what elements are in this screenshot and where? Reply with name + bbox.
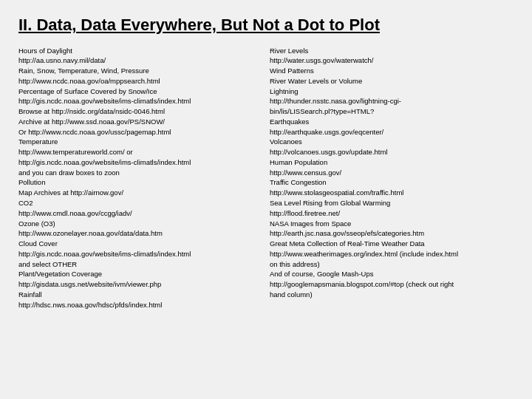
left-column-line: CO2 [18, 198, 262, 208]
right-column-line: And of course, Google Mash-Ups [270, 269, 514, 279]
left-column-line: Ozone (O3) [18, 219, 262, 229]
right-column-line: Sea Level Rising from Global Warming [270, 198, 514, 208]
right-column: River Levelshttp://water.usgs.gov/waterw… [270, 46, 514, 310]
right-column-line: Human Population [270, 157, 514, 168]
left-column-line: http://gisdata.usgs.net/website/ivm/view… [18, 279, 262, 290]
left-column-line: http://www.ncdc.noaa.gov/oa/mppsearch.ht… [18, 76, 262, 86]
right-column-line: http://thunder.nsstc.nasa.gov/lightning-… [270, 96, 514, 106]
left-column-line: Browse at http://nsidc.org/data/nsidc-00… [18, 106, 262, 117]
left-column-line: Cloud Cover [18, 239, 262, 249]
slide-title: II. Data, Data Everywhere, But Not a Dot… [18, 15, 514, 35]
left-column-line: http://gis.ncdc.noaa.gov/website/ims-cli… [18, 249, 262, 259]
left-column-line: Rainfall [18, 290, 262, 300]
right-column-line: http://water.usgs.gov/waterwatch/ [270, 55, 514, 66]
right-column-line: bin/lis/LISSearch.pl?type=HTML? [270, 106, 514, 117]
left-column-line: Or http://www.ncdc.noaa.gov/ussc/pagemap… [18, 127, 262, 137]
right-column-line: http://www.weatherimages.org/index.html … [270, 249, 514, 259]
left-column-line: Map Archives at http://airnow.gov/ [18, 188, 262, 198]
left-column-line: Rain, Snow, Temperature, Wind, Pressure [18, 66, 262, 76]
right-column-line: on this address) [270, 259, 514, 270]
left-column-line: http://www.cmdl.noaa.gov/ccgg/iadv/ [18, 208, 262, 219]
right-column-line: http://earth.jsc.nasa.gov/sseop/efs/cate… [270, 228, 514, 239]
right-column-line: Volcanoes [270, 137, 514, 147]
left-column: Hours of Daylighthttp://aa.usno.navy.mil… [18, 46, 262, 310]
left-column-line: http://gis.ncdc.noaa.gov/website/ims-cli… [18, 157, 262, 168]
left-column-line: Hours of Daylight [18, 46, 262, 56]
right-column-line: http://earthquake.usgs.gov/eqcenter/ [270, 127, 514, 137]
left-column-line: http://gis.ncdc.noaa.gov/website/ims-cli… [18, 96, 262, 106]
right-column-line: http://volcanoes.usgs.gov/update.html [270, 147, 514, 157]
right-column-line: Wind Patterns [270, 66, 514, 76]
right-column-line: River Levels [270, 46, 514, 56]
left-column-line: http://www.ozonelayer.noaa.gov/data/data… [18, 228, 262, 239]
right-column-line: http://www.census.gov/ [270, 168, 514, 178]
left-column-line: http://www.temperatureworld.com/ or [18, 147, 262, 157]
right-column-line: http://googlemapsmania.blogspot.com/#top… [270, 279, 514, 290]
left-column-line: http://hdsc.nws.noaa.gov/hdsc/pfds/index… [18, 300, 262, 310]
left-column-line: Percentage of Surface Covered by Snow/Ic… [18, 86, 262, 97]
left-column-line: and you can draw boxes to zoon [18, 168, 262, 178]
left-column-line: Plant/Vegetation Coverage [18, 269, 262, 279]
left-column-line: and select OTHER [18, 259, 262, 270]
right-column-line: hand column) [270, 290, 514, 300]
slide: II. Data, Data Everywhere, But Not a Dot… [0, 0, 532, 399]
content-area: Hours of Daylighthttp://aa.usno.navy.mil… [18, 46, 514, 310]
right-column-line: Traffic Congestion [270, 177, 514, 188]
left-column-line: Temperature [18, 137, 262, 147]
left-column-line: Archive at http://www.ssd.noaa.gov/PS/SN… [18, 117, 262, 127]
right-column-line: Great Meta Collection of Real-Time Weath… [270, 239, 514, 249]
right-column-line: NASA Images from Space [270, 219, 514, 229]
left-column-line: Pollution [18, 177, 262, 188]
right-column-line: Earthquakes [270, 117, 514, 127]
right-column-line: Lightning [270, 86, 514, 97]
right-column-line: River Water Levels or Volume [270, 76, 514, 86]
right-column-line: http://www.stolasgeospatial.com/traffic.… [270, 188, 514, 198]
left-column-line: http://aa.usno.navy.mil/data/ [18, 55, 262, 66]
right-column-line: http://flood.firetree.net/ [270, 208, 514, 219]
